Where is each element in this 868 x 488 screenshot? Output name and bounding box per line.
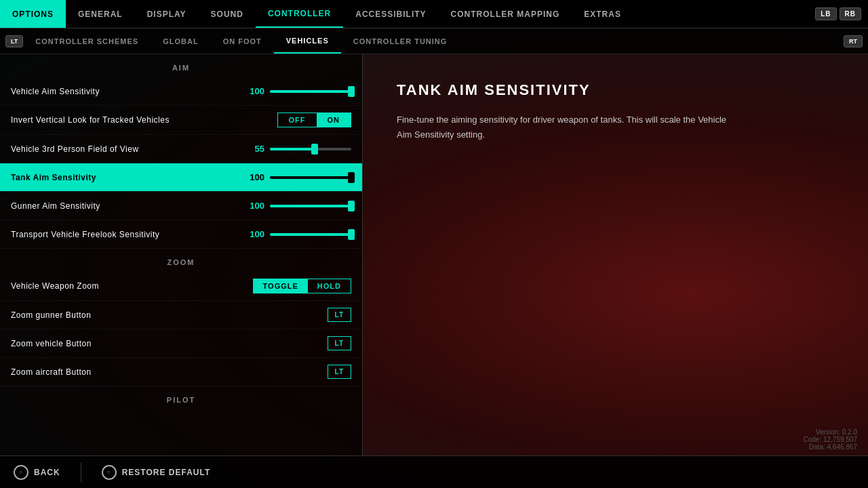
nav-item-controller-mapping[interactable]: CONTROLLER MAPPING [439, 0, 572, 28]
version-line2: Code: 12,759,507 [803, 436, 857, 443]
zoom-aircraft-lt-button[interactable]: LT [328, 365, 351, 379]
setting-vehicle-aim-sensitivity[interactable]: Vehicle Aim Sensitivity 100 [0, 77, 362, 106]
settings-panel: AIM Vehicle Aim Sensitivity 100 Invert V… [0, 54, 363, 455]
version-line3: Data: 4,646,867 [803, 443, 857, 451]
zoom-section-header: ZOOM [0, 249, 362, 272]
setting-vehicle-fov[interactable]: Vehicle 3rd Person Field of View 55 [0, 135, 362, 163]
setting-gunner-aim[interactable]: Gunner Aim Sensitivity 100 [0, 192, 362, 220]
vehicle-fov-track[interactable] [270, 148, 351, 150]
rb-button[interactable]: RB [840, 7, 861, 20]
gunner-aim-thumb [348, 201, 355, 211]
setting-freelook-sensitivity[interactable]: Transport Vehicle Freelook Sensitivity 1… [0, 220, 362, 249]
top-navigation: OPTIONS GENERAL DISPLAY SOUND CONTROLLER… [0, 0, 868, 28]
setting-zoom-aircraft[interactable]: Zoom aircraft Button LT [0, 358, 362, 386]
vehicle-aim-sensitivity-label: Vehicle Aim Sensitivity [11, 87, 243, 96]
tank-aim-label: Tank Aim Sensitivity [11, 173, 243, 182]
gunner-aim-slider-container: 100 [243, 201, 351, 211]
detail-title: TANK AIM SENSITIVITY [397, 81, 834, 99]
restore-circle-icon: ○ [102, 465, 117, 480]
nav-item-sound[interactable]: SOUND [199, 0, 256, 28]
gunner-aim-fill [270, 205, 351, 207]
vehicle-aim-fill [270, 90, 351, 93]
invert-vertical-toggle[interactable]: OFF ON [277, 113, 352, 127]
bottom-divider [81, 462, 81, 483]
setting-zoom-gunner[interactable]: Zoom gunner Button LT [0, 301, 362, 329]
gunner-aim-track[interactable] [270, 205, 351, 207]
setting-vehicle-weapon-zoom[interactable]: Vehicle Weapon Zoom TOGGLE HOLD [0, 272, 362, 301]
tank-aim-slider-container: 100 [243, 172, 351, 182]
setting-invert-vertical[interactable]: Invert Vertical Look for Tracked Vehicle… [0, 106, 362, 135]
sub-navigation: LT CONTROLLER SCHEMES GLOBAL ON FOOT VEH… [0, 28, 868, 54]
tank-aim-track[interactable] [270, 176, 351, 179]
bottom-bar: ○ BACK ○ RESTORE DEFAULT [0, 455, 868, 488]
gunner-aim-label: Gunner Aim Sensitivity [11, 201, 243, 211]
invert-vertical-label: Invert Vertical Look for Tracked Vehicle… [11, 115, 277, 125]
toggle-hold-option[interactable]: HOLD [308, 279, 351, 293]
vehicle-fov-value: 55 [243, 144, 264, 154]
aim-section-header: AIM [0, 54, 362, 77]
sub-nav-vehicles[interactable]: VEHICLES [274, 28, 341, 54]
vehicle-fov-fill [270, 148, 315, 150]
toggle-toggle-option[interactable]: TOGGLE [254, 279, 308, 293]
sub-nav-controller-schemes[interactable]: CONTROLLER SCHEMES [23, 28, 151, 54]
main-content: AIM Vehicle Aim Sensitivity 100 Invert V… [0, 54, 868, 455]
zoom-gunner-lt-button[interactable]: LT [328, 308, 351, 322]
nav-item-accessibility[interactable]: ACCESSIBILITY [343, 0, 438, 28]
detail-panel: TANK AIM SENSITIVITY Fine-tune the aimin… [363, 54, 868, 455]
zoom-vehicle-label: Zoom vehicle Button [11, 339, 328, 348]
restore-default-button[interactable]: ○ RESTORE DEFAULT [102, 465, 211, 480]
lb-rb-buttons: LB RB [815, 7, 868, 20]
freelook-thumb [348, 229, 355, 240]
zoom-vehicle-lt-button[interactable]: LT [328, 336, 351, 350]
vehicle-fov-label: Vehicle 3rd Person Field of View [11, 144, 243, 154]
sub-nav-on-foot[interactable]: ON FOOT [211, 28, 274, 54]
vehicle-aim-track[interactable] [270, 90, 351, 93]
rt-nav-button[interactable]: RT [844, 35, 863, 47]
freelook-track[interactable] [270, 233, 351, 236]
nav-item-options[interactable]: OPTIONS [0, 0, 66, 28]
nav-item-controller[interactable]: CONTROLLER [256, 0, 343, 28]
vehicle-aim-slider-container: 100 [243, 86, 351, 96]
sub-nav-global[interactable]: GLOBAL [151, 28, 210, 54]
tank-aim-thumb [348, 172, 355, 183]
lt-nav-button[interactable]: LT [5, 35, 23, 47]
pilot-section-header: PILOT [0, 386, 362, 409]
lb-button[interactable]: LB [815, 7, 836, 20]
sub-nav-controller-tuning[interactable]: CONTROLLER TUNING [341, 28, 460, 54]
freelook-value: 100 [243, 229, 264, 239]
version-info: Version: 0.2.0 Code: 12,759,507 Data: 4,… [803, 428, 857, 451]
toggle-off-option[interactable]: OFF [278, 113, 317, 127]
vehicle-weapon-zoom-label: Vehicle Weapon Zoom [11, 281, 253, 291]
vehicle-fov-thumb [311, 144, 318, 155]
freelook-slider-container: 100 [243, 229, 351, 239]
setting-zoom-vehicle[interactable]: Zoom vehicle Button LT [0, 329, 362, 358]
back-button[interactable]: ○ BACK [14, 465, 60, 480]
vehicle-aim-thumb [348, 86, 355, 97]
nav-item-extras[interactable]: EXTRAS [572, 0, 633, 28]
freelook-fill [270, 233, 351, 236]
zoom-gunner-label: Zoom gunner Button [11, 310, 328, 320]
setting-tank-aim[interactable]: Tank Aim Sensitivity 100 [0, 163, 362, 192]
nav-item-general[interactable]: GENERAL [66, 0, 135, 28]
tank-aim-value: 100 [243, 172, 264, 182]
zoom-aircraft-label: Zoom aircraft Button [11, 367, 328, 377]
gunner-aim-value: 100 [243, 201, 264, 211]
tank-aim-fill [270, 176, 351, 179]
vehicle-fov-slider-container: 55 [243, 144, 351, 154]
nav-item-display[interactable]: DISPLAY [135, 0, 199, 28]
freelook-label: Transport Vehicle Freelook Sensitivity [11, 230, 243, 239]
vehicle-aim-value: 100 [243, 86, 264, 96]
version-line1: Version: 0.2.0 [803, 428, 857, 436]
detail-description: Fine-tune the aiming sensitivity for dri… [397, 113, 736, 142]
vehicle-weapon-zoom-toggle[interactable]: TOGGLE HOLD [253, 279, 351, 293]
toggle-on-option[interactable]: ON [317, 113, 351, 127]
back-circle-icon: ○ [14, 465, 28, 480]
restore-label: RESTORE DEFAULT [122, 468, 211, 477]
back-label: BACK [34, 468, 60, 477]
